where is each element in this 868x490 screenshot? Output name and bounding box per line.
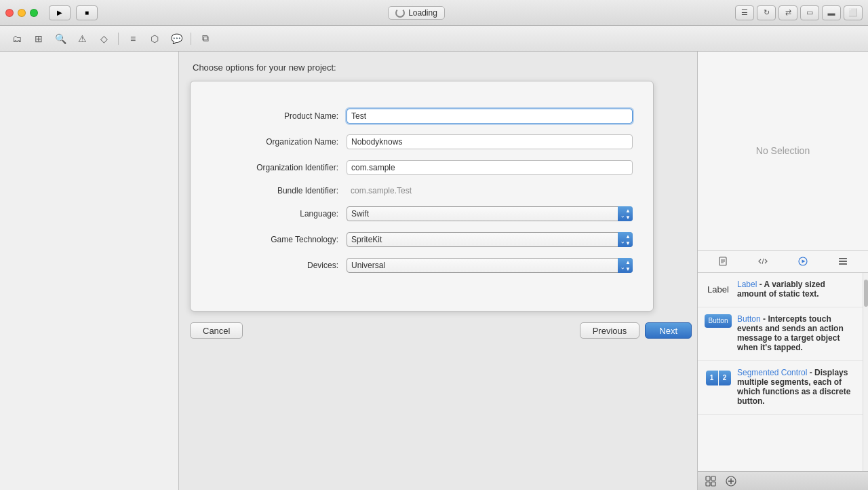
main-content: Choose options for your new project: Pro… (0, 52, 868, 490)
stop-button[interactable]: ■ (76, 5, 98, 20)
right-panel-toolbar (698, 251, 868, 273)
game-tech-select-wrapper: SpriteKit SceneKit Metal OpenGL ES ▲▼ (347, 232, 633, 247)
org-id-label: Organization Identifier: (211, 163, 347, 172)
devices-select[interactable]: Universal iPhone iPad (347, 258, 633, 273)
game-tech-label: Game Technology: (211, 235, 347, 244)
cancel-button[interactable]: Cancel (190, 322, 243, 339)
devices-row: Devices: Universal iPhone iPad ▲▼ (211, 258, 633, 273)
svg-rect-7 (839, 258, 847, 259)
split-icon[interactable]: ⬜ (844, 5, 863, 20)
titlebar-right: ☰ ↻ ⇄ ▭ ▬ ⬜ (735, 5, 863, 20)
speech-bubble-icon[interactable]: 💬 (167, 31, 185, 46)
toolbar-separator-2 (191, 33, 191, 45)
component-list: Label Label - A variably sized amount of… (698, 273, 863, 472)
label-component-info: Label - A variably sized amount of stati… (737, 280, 856, 300)
toolbar-separator (118, 33, 119, 45)
file-icon (718, 257, 728, 266)
svg-rect-8 (839, 261, 847, 262)
label-component-link[interactable]: Label (737, 280, 757, 289)
svg-rect-11 (711, 476, 715, 480)
titlebar-center: Loading (98, 6, 735, 20)
refresh-icon[interactable]: ↻ (757, 5, 776, 20)
right-panel-no-selection: No Selection (698, 52, 868, 251)
label-component-name: Label - A variably sized amount of stati… (737, 280, 856, 299)
add-icon[interactable] (724, 474, 738, 489)
language-select[interactable]: Swift Objective-C (347, 206, 633, 221)
grid-view-icon[interactable] (703, 474, 718, 489)
game-tech-row: Game Technology: SpriteKit SceneKit Meta… (211, 232, 633, 247)
svg-rect-13 (711, 482, 715, 486)
bundle-id-value: com.sample.Test (347, 186, 633, 195)
button-component-info: Button - Intercepts touch events and sen… (737, 314, 856, 354)
right-panel-tab-code[interactable] (755, 253, 771, 269)
titlebar: ▶ ■ Loading ☰ ↻ ⇄ ▭ ▬ ⬜ (0, 0, 868, 26)
button-component-icon: Button (705, 314, 732, 328)
button-component-name: Button - Intercepts touch events and sen… (737, 314, 856, 352)
bundle-id-label: Bundle Identifier: (211, 186, 347, 195)
language-row: Language: Swift Objective-C ▲▼ (211, 206, 633, 221)
language-select-wrapper: Swift Objective-C ▲▼ (347, 206, 633, 221)
segmented-component-info: Segmented Control - Displays multiple se… (737, 368, 856, 407)
bottom-bar (698, 471, 868, 490)
product-name-label: Product Name: (211, 111, 347, 121)
inspector-toggle-icon[interactable]: ▭ (800, 5, 819, 20)
list-item: Label Label - A variably sized amount of… (698, 273, 863, 307)
list-item: 1 2 Segmented Control - Displays multipl… (698, 361, 863, 415)
product-name-row: Product Name: (211, 109, 633, 124)
toolbar: 🗂 ⊞ 🔍 ⚠ ◇ ≡ ⬡ 💬 ⧉ (0, 26, 868, 52)
devices-select-wrapper: Universal iPhone iPad ▲▼ (347, 258, 633, 273)
next-button[interactable]: Next (645, 322, 692, 339)
split-view-icon[interactable]: ⧉ (197, 31, 214, 46)
product-name-input[interactable] (347, 109, 633, 124)
loading-text: Loading (408, 8, 437, 18)
search-icon[interactable]: 🔍 (52, 31, 69, 46)
wizard-panel: Product Name: Organization Name: Organiz… (190, 81, 654, 312)
org-id-input[interactable] (347, 160, 633, 175)
previous-button[interactable]: Previous (580, 322, 640, 339)
segmented-component-name: Segmented Control - Displays multiple se… (737, 368, 856, 406)
language-label: Language: (211, 209, 347, 219)
layout-icon[interactable]: ▬ (822, 5, 841, 20)
segment-2: 2 (719, 371, 731, 385)
grid-icon[interactable]: ⊞ (30, 31, 47, 46)
segmented-component-link[interactable]: Segmented Control (737, 368, 807, 377)
right-panel-tab-list[interactable] (835, 253, 851, 269)
traffic-lights (5, 9, 38, 17)
game-tech-select[interactable]: SpriteKit SceneKit Metal OpenGL ES (347, 232, 633, 247)
maximize-button[interactable] (30, 9, 38, 17)
svg-rect-9 (839, 263, 847, 265)
list-view-icon (838, 257, 848, 266)
wizard-buttons: Cancel Previous Next (190, 322, 692, 339)
org-id-row: Organization Identifier: (211, 160, 633, 175)
close-button[interactable] (5, 9, 14, 17)
org-name-row: Organization Name: (211, 134, 633, 149)
svg-marker-6 (802, 260, 805, 263)
play-button[interactable]: ▶ (49, 5, 71, 20)
svg-rect-12 (706, 482, 710, 486)
org-name-label: Organization Name: (211, 137, 347, 147)
sidebar-toggle-icon[interactable]: ☰ (735, 5, 754, 20)
swap-icon[interactable]: ⇄ (778, 5, 797, 20)
bundle-id-row: Bundle Identifier: com.sample.Test (211, 186, 633, 195)
label-component-icon: Label (705, 280, 732, 300)
right-panel-tab-file[interactable] (715, 253, 731, 269)
minimize-button[interactable] (18, 9, 26, 17)
scrollbar-track[interactable] (863, 273, 868, 472)
center-pane: Choose options for your new project: Pro… (179, 52, 697, 490)
list-icon[interactable]: ≡ (124, 31, 142, 46)
svg-line-4 (762, 259, 764, 264)
button-icon-label: Button (709, 317, 728, 324)
code-icon (758, 257, 768, 266)
scrollbar-thumb[interactable] (864, 280, 868, 307)
warning-icon[interactable]: ⚠ (73, 31, 91, 46)
svg-rect-10 (706, 476, 710, 480)
loading-spinner-icon (395, 8, 405, 18)
tag-icon[interactable]: ⬡ (146, 31, 163, 46)
button-component-link[interactable]: Button (737, 314, 761, 324)
right-panel-tab-circle-play[interactable] (795, 253, 811, 269)
label-component-dash: - (760, 280, 764, 289)
org-name-input[interactable] (347, 134, 633, 149)
folder-open-icon[interactable]: 🗂 (8, 31, 26, 46)
circle-play-icon (798, 257, 808, 266)
bookmark-icon[interactable]: ◇ (95, 31, 113, 46)
